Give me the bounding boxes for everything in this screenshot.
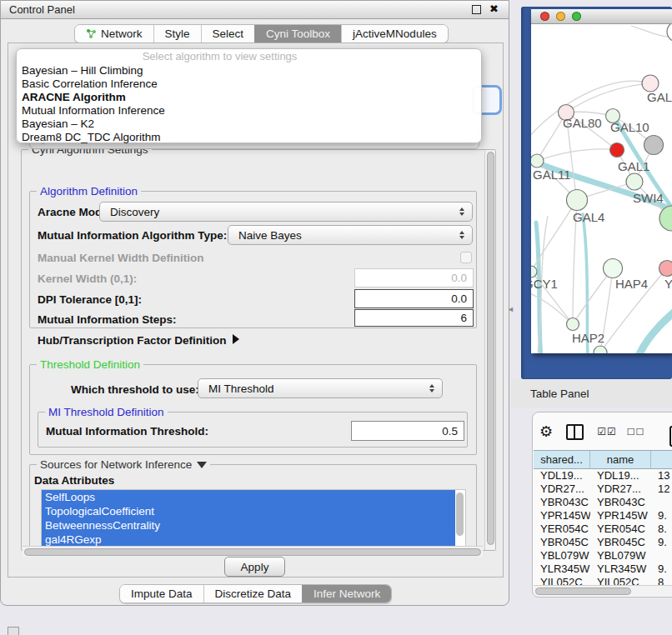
mi-type-value: Naive Bayes (238, 229, 459, 242)
table-cell (651, 496, 672, 509)
float-window-icon[interactable] (472, 5, 481, 14)
network-node-hap4[interactable] (604, 259, 623, 278)
sources-legend: Sources for Network Inference (37, 458, 210, 471)
table-row[interactable]: YDL19...YDL19...13 (534, 469, 672, 482)
node-table: shared...name YDL19...YDL19...13YDR27...… (534, 450, 672, 586)
table-row[interactable]: YDR27...YDR27...12 (534, 482, 672, 496)
settings-vscroll-thumb[interactable] (487, 152, 494, 545)
gear-icon[interactable]: ⚙ (539, 422, 553, 441)
dpi-tolerance-value: 0.0 (451, 292, 467, 305)
mi-type-combo[interactable]: Naive Bayes (228, 225, 473, 245)
columns-icon[interactable] (566, 424, 584, 440)
table-header-cell-extra[interactable] (651, 451, 672, 468)
algorithm-item-dream8-dc-tdc-algorithm[interactable]: Dream8 DC_TDC Algorithm (17, 131, 481, 144)
attributes-scroll-thumb[interactable] (456, 492, 464, 536)
algorithm-item-basic-correlation-inference[interactable]: Basic Correlation Inference (17, 78, 481, 91)
tab-jactivemnodules[interactable]: jActiveMNodules (341, 25, 448, 42)
mac-close-button[interactable] (540, 12, 549, 21)
network-node-gal11[interactable] (531, 154, 544, 168)
table-row[interactable]: YBR043CYBR043C (534, 496, 672, 509)
attribute-item-gal4rgexp[interactable]: gal4RGexp (42, 532, 455, 547)
network-node[interactable] (594, 346, 607, 353)
table-row[interactable]: YER054CYER054C8. (534, 522, 672, 536)
table-cell: YDL19... (534, 469, 590, 482)
settings-hscroll-thumb[interactable] (24, 548, 481, 556)
mi-steps-field[interactable]: 6 (354, 309, 474, 327)
table-cell: YDR27... (590, 482, 651, 496)
table-header-cell-name[interactable]: name (590, 451, 651, 468)
table-cell: 8. (651, 522, 672, 536)
table-cell: YBR045C (590, 536, 651, 549)
kernel-width-field[interactable]: 0.0 (354, 268, 474, 288)
network-view-window: GALGAL80GAL10GAL1GAL11GAL4SWI4GCY1HAP4YH… (531, 9, 672, 353)
tab-network[interactable]: Network (75, 25, 153, 42)
network-graph: GALGAL80GAL10GAL1GAL11GAL4SWI4GCY1HAP4YH… (531, 24, 672, 353)
tab-cyni-toolbox[interactable]: Cyni Toolbox (254, 25, 341, 42)
algorithm-item-bayesian-hill-climbing[interactable]: Bayesian – Hill Climbing (17, 64, 481, 78)
tab-discretize-data[interactable]: Discretize Data (203, 585, 303, 602)
network-node[interactable] (644, 136, 664, 155)
disclosure-right-icon[interactable] (233, 334, 239, 344)
dpi-tolerance-field[interactable]: 0.0 (354, 289, 474, 308)
control-panel-titlebar[interactable]: Control Panel ✖ (1, 1, 509, 19)
node-label-gal: GAL (647, 90, 672, 104)
mi-threshold-field[interactable]: 0.5 (351, 421, 464, 441)
network-node-gal[interactable] (642, 75, 659, 92)
algorithm-item-bayesian-k2[interactable]: Bayesian – K2 (17, 118, 481, 131)
manual-kernel-checkbox[interactable] (460, 252, 472, 263)
node-label-gal80: GAL80 (563, 116, 602, 130)
tab-select[interactable]: Select (201, 25, 255, 42)
attribute-item-selfloops[interactable]: SelfLoops (42, 490, 455, 504)
table-header-cell-shared-[interactable]: shared... (534, 451, 590, 468)
network-window-titlebar[interactable] (531, 9, 672, 24)
aracne-mode-combo[interactable]: Discovery (99, 202, 473, 222)
network-node[interactable] (667, 24, 672, 42)
network-node-hap2[interactable] (567, 318, 579, 331)
data-attributes-list[interactable]: SelfLoopsTopologicalCoefficientBetweenne… (41, 489, 466, 547)
table-row[interactable]: YLR345WYLR345W9. (534, 562, 672, 576)
table-horizontal-scrollbar[interactable] (534, 585, 672, 596)
mac-zoom-button[interactable] (572, 12, 581, 21)
settings-horizontal-scrollbar[interactable] (23, 546, 483, 557)
tab-label: Cyni Toolbox (266, 28, 330, 40)
mi-steps-value: 6 (460, 312, 467, 324)
attribute-item-topologicalcoefficient[interactable]: TopologicalCoefficient (42, 504, 455, 518)
tab-label: Impute Data (131, 588, 193, 600)
mac-minimize-button[interactable] (556, 12, 565, 21)
network-node-y[interactable] (659, 261, 672, 277)
deselect-checkboxes-icon[interactable]: ☐☐ (627, 427, 645, 438)
which-threshold-value: MI Threshold (208, 382, 429, 395)
corner-widget-icon[interactable] (8, 627, 19, 635)
tab-impute-data[interactable]: Impute Data (120, 585, 203, 602)
table-hscroll-thumb[interactable] (535, 588, 631, 595)
table-row[interactable]: YPR145WYPR145W9. (534, 509, 672, 522)
table-row[interactable]: YBR045CYBR045C9. (534, 536, 672, 549)
stepper-icon (429, 384, 434, 392)
algorithm-item-mutual-information-inference[interactable]: Mutual Information Inference (17, 104, 481, 118)
table-panel-title: Table Panel (530, 388, 589, 400)
tab-infer-network[interactable]: Infer Network (302, 585, 391, 602)
kernel-width-value: 0.0 (451, 272, 467, 284)
apply-button[interactable]: Apply (224, 557, 285, 577)
collapse-down-icon[interactable] (197, 462, 207, 468)
splitter-arrow-icon[interactable]: ◄ (507, 305, 514, 313)
algorithm-item-aracne-algorithm[interactable]: ARACNE Algorithm (17, 91, 481, 104)
settings-vertical-scrollbar[interactable] (484, 150, 495, 550)
tab-style[interactable]: Style (153, 25, 201, 42)
which-threshold-combo[interactable]: MI Threshold (198, 378, 443, 398)
network-canvas[interactable]: GALGAL80GAL10GAL1GAL11GAL4SWI4GCY1HAP4YH… (531, 24, 672, 353)
select-all-checkboxes-icon[interactable]: ☑☑ (597, 426, 617, 438)
attribute-item-betweennesscentrality[interactable]: BetweennessCentrality (42, 518, 455, 532)
table-cell: YDR27... (534, 482, 590, 496)
network-node-gcy1[interactable] (531, 266, 537, 278)
desktop: Control Panel ✖ NetworkStyleSelectCyni T… (0, 0, 672, 635)
table-cell: YBR043C (534, 496, 590, 509)
table-row[interactable]: YBL079WYBL079W (534, 549, 672, 562)
algorithm-dropdown-list: Bayesian – Hill ClimbingBasic Correlatio… (17, 64, 481, 144)
mi-type-label: Mutual Information Algorithm Type: (38, 229, 227, 242)
network-node[interactable] (610, 143, 624, 158)
tab-label: jActiveMNodules (353, 28, 437, 40)
network-node-gal1[interactable] (626, 173, 643, 190)
network-node-gal4[interactable] (567, 190, 588, 211)
close-panel-icon[interactable]: ✖ (489, 3, 499, 15)
